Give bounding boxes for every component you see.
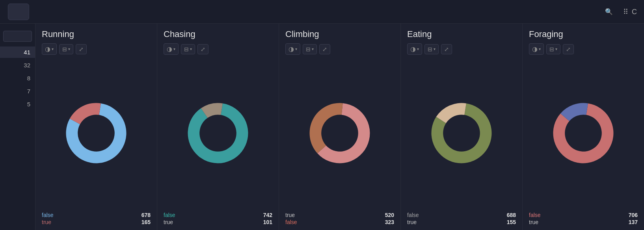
chevron-down-icon: ▾ [190,47,192,51]
expand-button-chasing[interactable]: ⤢ [197,44,208,54]
expand-button-running[interactable]: ⤢ [76,44,87,54]
legend-value-running-true: 165 [141,219,151,225]
top-bar-right: 🔍 ⠿ C [605,7,638,16]
donut-container-eating [407,59,516,207]
legend-value-eating-true: 155 [507,219,516,225]
legend-row: true165 [42,219,151,225]
filter-tab[interactable] [8,4,29,20]
donut-container-climbing [285,59,394,207]
chart-title-running: Running [42,29,151,39]
chart-toolbar-eating: ◑▾⊟▾⤢ [407,43,516,55]
print-button-foraging[interactable]: ⊟▾ [546,44,560,54]
chart-toolbar-chasing: ◑▾⊟▾⤢ [164,43,272,55]
expand-button-foraging[interactable]: ⤢ [563,44,574,54]
legend-row: false706 [529,212,638,218]
sidebar-num-8[interactable]: 8 [0,72,35,84]
search-icon: 🔍 [605,8,613,15]
legend-label-eating-false: false [407,212,419,218]
print-icon: ⊟ [428,46,432,52]
expand-icon: ⤢ [322,46,327,52]
charts-area: Running◑▾⊟▾⤢false678true165Chasing◑▾⊟▾⤢f… [35,24,644,230]
chevron-down-icon: ▾ [52,47,54,51]
donut-chart-chasing [182,98,253,169]
chart-panel-running: Running◑▾⊟▾⤢false678true165 [35,24,157,230]
legend-label-climbing-false: false [285,219,297,225]
chart-type-icon: ◑ [45,45,50,53]
legend-row: true137 [529,219,638,225]
legend-label-foraging-false: false [529,212,541,218]
legend-row: false688 [407,212,516,218]
print-button-running[interactable]: ⊟▾ [59,44,73,54]
sidebar: 41 32 8 7 5 [0,24,35,230]
legend-label-chasing-false: false [164,212,175,218]
chevron-down-icon: ▾ [539,47,541,51]
legend-label-climbing-true: true [285,212,295,218]
main-content: 41 32 8 7 5 Running◑▾⊟▾⤢false678true165C… [0,24,644,230]
chart-toolbar-foraging: ◑▾⊟▾⤢ [529,43,638,55]
chart-legend-chasing: false742true101 [164,212,272,225]
sidebar-search-input[interactable] [3,31,32,42]
sidebar-num-32[interactable]: 32 [0,59,35,71]
expand-icon: ⤢ [201,46,205,52]
chart-toolbar-running: ◑▾⊟▾⤢ [42,43,151,55]
chart-legend-eating: false688true155 [407,212,516,225]
print-icon: ⊟ [306,46,311,52]
legend-label-running-false: false [42,212,54,218]
chevron-down-icon: ▾ [295,47,297,51]
sidebar-num-7[interactable]: 7 [0,85,35,97]
legend-value-chasing-true: 101 [263,219,272,225]
top-bar: 🔍 ⠿ C [0,0,644,24]
find-button[interactable]: 🔍 [605,8,615,15]
legend-value-eating-false: 688 [507,212,516,218]
chart-panel-eating: Eating◑▾⊟▾⤢false688true155 [401,24,523,230]
print-button-eating[interactable]: ⊟▾ [424,44,439,54]
chart-type-button-running[interactable]: ◑▾ [42,43,57,55]
chart-legend-climbing: true520false323 [285,212,394,225]
print-icon: ⊟ [184,46,189,52]
expand-button-climbing[interactable]: ⤢ [319,44,330,54]
sidebar-numbers: 41 32 8 7 5 [0,46,35,110]
chart-legend-running: false678true165 [42,212,151,225]
expand-button-eating[interactable]: ⤢ [441,44,452,54]
chevron-down-icon: ▾ [312,47,314,51]
chevron-down-icon: ▾ [68,47,70,51]
legend-label-foraging-true: true [529,219,538,225]
legend-row: false742 [164,212,272,218]
chart-panel-chasing: Chasing◑▾⊟▾⤢false742true101 [157,24,279,230]
legend-value-climbing-false: 323 [385,219,394,225]
expand-icon: ⤢ [79,46,84,52]
chart-type-button-eating[interactable]: ◑▾ [407,43,422,55]
legend-label-eating-true: true [407,219,417,225]
chart-panel-climbing: Climbing◑▾⊟▾⤢true520false323 [279,24,401,230]
legend-value-running-false: 678 [141,212,151,218]
donut-container-chasing [164,59,272,207]
chart-type-button-climbing[interactable]: ◑▾ [285,43,300,55]
chart-type-button-foraging[interactable]: ◑▾ [529,43,544,55]
expand-icon: ⤢ [566,46,571,52]
donut-container-foraging [529,59,638,207]
top-bar-left [5,4,29,20]
chevron-down-icon: ▾ [173,47,175,51]
sidebar-num-5[interactable]: 5 [0,98,35,110]
sidebar-num-41[interactable]: 41 [0,46,35,58]
chevron-down-icon: ▾ [417,47,419,51]
legend-value-foraging-false: 706 [629,212,638,218]
grid-icon[interactable]: ⠿ C [623,7,638,16]
chart-type-button-chasing[interactable]: ◑▾ [164,43,179,55]
chart-toolbar-climbing: ◑▾⊟▾⤢ [285,43,394,55]
expand-icon: ⤢ [444,46,449,52]
print-button-chasing[interactable]: ⊟▾ [181,44,195,54]
donut-chart-running [61,98,132,169]
donut-container-running [42,59,151,207]
legend-row: false678 [42,212,151,218]
print-button-climbing[interactable]: ⊟▾ [303,44,317,54]
legend-row: false323 [285,219,394,225]
chevron-down-icon: ▾ [555,47,557,51]
legend-value-foraging-true: 137 [629,219,638,225]
legend-value-chasing-false: 742 [263,212,272,218]
legend-row: true520 [285,212,394,218]
chart-title-chasing: Chasing [164,29,272,39]
legend-label-chasing-true: true [164,219,173,225]
chart-type-icon: ◑ [288,45,294,53]
print-icon: ⊟ [549,46,554,52]
